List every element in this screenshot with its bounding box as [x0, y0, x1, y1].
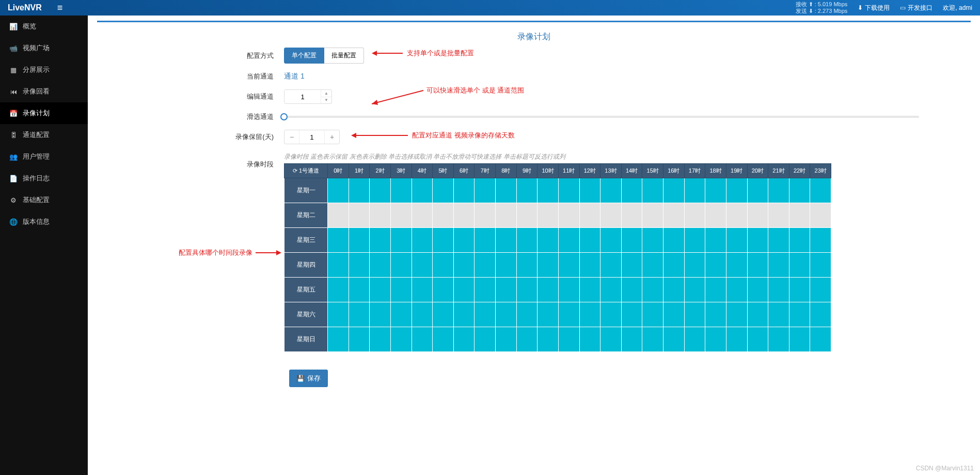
schedule-cell[interactable]: [642, 228, 663, 253]
schedule-cell[interactable]: [768, 302, 789, 327]
schedule-cell[interactable]: [621, 178, 642, 203]
schedule-cell[interactable]: [747, 203, 768, 228]
sidebar-item-1[interactable]: 📹视频广场: [0, 37, 88, 59]
welcome-label[interactable]: 欢迎, admi: [943, 4, 972, 12]
schedule-cell[interactable]: [621, 253, 642, 278]
schedule-cell[interactable]: [349, 228, 370, 253]
schedule-cell[interactable]: [684, 228, 705, 253]
schedule-cell[interactable]: [433, 302, 454, 327]
hour-header[interactable]: 8时: [496, 164, 517, 178]
schedule-cell[interactable]: [475, 253, 496, 278]
schedule-cell[interactable]: [642, 178, 663, 203]
schedule-cell[interactable]: [433, 253, 454, 278]
schedule-cell[interactable]: [705, 228, 726, 253]
schedule-cell[interactable]: [768, 178, 789, 203]
hour-header[interactable]: 14时: [621, 164, 642, 178]
schedule-cell[interactable]: [747, 178, 768, 203]
schedule-cell[interactable]: [579, 327, 600, 352]
schedule-cell[interactable]: [705, 278, 726, 302]
schedule-cell[interactable]: [412, 228, 433, 253]
schedule-cell[interactable]: [642, 327, 663, 352]
schedule-cell[interactable]: [558, 178, 579, 203]
hour-header[interactable]: 1时: [349, 164, 370, 178]
schedule-cell[interactable]: [705, 203, 726, 228]
schedule-cell[interactable]: [370, 278, 391, 302]
hour-header[interactable]: 13时: [600, 164, 622, 178]
schedule-cell[interactable]: [328, 203, 349, 228]
schedule-cell[interactable]: [370, 228, 391, 253]
schedule-cell[interactable]: [390, 178, 412, 203]
schedule-cell[interactable]: [663, 203, 685, 228]
schedule-cell[interactable]: [600, 228, 622, 253]
schedule-cell[interactable]: [600, 178, 622, 203]
hour-header[interactable]: 19时: [726, 164, 747, 178]
schedule-cell[interactable]: [349, 278, 370, 302]
schedule-cell[interactable]: [705, 302, 726, 327]
hour-header[interactable]: 9时: [516, 164, 538, 178]
schedule-cell[interactable]: [370, 178, 391, 203]
schedule-cell[interactable]: [642, 203, 663, 228]
hour-header[interactable]: 17时: [684, 164, 705, 178]
schedule-cell[interactable]: [475, 327, 496, 352]
schedule-cell[interactable]: [810, 228, 831, 253]
schedule-cell[interactable]: [663, 302, 685, 327]
schedule-cell[interactable]: [810, 327, 831, 352]
sidebar-item-2[interactable]: ▦分屏展示: [0, 59, 88, 81]
schedule-cell[interactable]: [705, 253, 726, 278]
schedule-cell[interactable]: [558, 228, 579, 253]
schedule-cell[interactable]: [390, 327, 412, 352]
sidebar-item-9[interactable]: 🌐版本信息: [0, 211, 88, 233]
schedule-cell[interactable]: [684, 278, 705, 302]
schedule-cell[interactable]: [621, 327, 642, 352]
day-header[interactable]: 星期日: [284, 327, 328, 352]
schedule-cell[interactable]: [496, 228, 517, 253]
edit-channel-down-icon[interactable]: ▼: [321, 97, 331, 104]
schedule-cell[interactable]: [538, 228, 559, 253]
hour-header[interactable]: 7时: [475, 164, 496, 178]
schedule-cell[interactable]: [747, 327, 768, 352]
schedule-cell[interactable]: [663, 178, 685, 203]
schedule-cell[interactable]: [475, 203, 496, 228]
channel-slider[interactable]: [284, 116, 919, 118]
schedule-cell[interactable]: [412, 203, 433, 228]
schedule-cell[interactable]: [390, 203, 412, 228]
schedule-cell[interactable]: [538, 178, 559, 203]
schedule-cell[interactable]: [328, 178, 349, 203]
schedule-cell[interactable]: [412, 178, 433, 203]
schedule-cell[interactable]: [558, 253, 579, 278]
schedule-cell[interactable]: [496, 253, 517, 278]
day-header[interactable]: 星期四: [284, 253, 328, 278]
schedule-cell[interactable]: [433, 178, 454, 203]
schedule-cell[interactable]: [412, 253, 433, 278]
schedule-cell[interactable]: [558, 278, 579, 302]
schedule-cell[interactable]: [810, 253, 831, 278]
schedule-cell[interactable]: [390, 228, 412, 253]
schedule-cell[interactable]: [516, 228, 538, 253]
schedule-cell[interactable]: [475, 302, 496, 327]
schedule-cell[interactable]: [684, 253, 705, 278]
schedule-cell[interactable]: [768, 228, 789, 253]
schedule-cell[interactable]: [538, 253, 559, 278]
hour-header[interactable]: 10时: [538, 164, 559, 178]
schedule-cell[interactable]: [328, 228, 349, 253]
schedule-cell[interactable]: [538, 327, 559, 352]
schedule-cell[interactable]: [600, 327, 622, 352]
hour-header[interactable]: 4时: [412, 164, 433, 178]
sidebar-item-6[interactable]: 👥用户管理: [0, 146, 88, 167]
day-header[interactable]: 星期六: [284, 302, 328, 327]
sidebar-item-0[interactable]: 📊概览: [0, 16, 88, 37]
schedule-cell[interactable]: [726, 178, 747, 203]
schedule-cell[interactable]: [328, 302, 349, 327]
schedule-cell[interactable]: [600, 302, 622, 327]
schedule-cell[interactable]: [726, 228, 747, 253]
schedule-cell[interactable]: [768, 203, 789, 228]
schedule-cell[interactable]: [349, 327, 370, 352]
schedule-cell[interactable]: [558, 203, 579, 228]
edit-channel-input[interactable]: [284, 90, 321, 103]
schedule-cell[interactable]: [538, 278, 559, 302]
schedule-cell[interactable]: [433, 203, 454, 228]
schedule-cell[interactable]: [810, 178, 831, 203]
schedule-cell[interactable]: [328, 278, 349, 302]
schedule-cell[interactable]: [516, 302, 538, 327]
schedule-cell[interactable]: [328, 327, 349, 352]
